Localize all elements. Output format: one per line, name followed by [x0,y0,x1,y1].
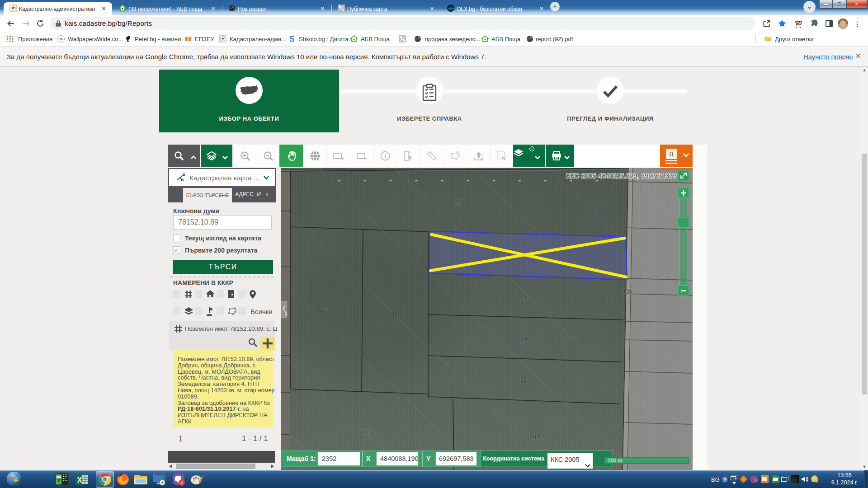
svg-text:87: 87 [321,308,327,314]
svg-text:93: 93 [364,429,371,436]
svg-text:ПГ: ПГ [57,479,61,482]
svg-text:olx: olx [448,7,453,10]
svg-text:Координатна система: Координатна система [483,455,545,462]
svg-text:W: W [59,37,63,41]
svg-text:146: 146 [623,288,632,295]
svg-text:X: X [366,455,371,462]
svg-text:94: 94 [533,434,539,441]
svg-text:88: 88 [391,310,397,317]
svg-text:10: 10 [455,199,462,206]
svg-text:90: 90 [523,294,529,300]
svg-text:Мащаб 1:: Мащаб 1: [287,455,316,462]
svg-text:4840088,190: 4840088,190 [380,455,419,462]
svg-text:92: 92 [520,376,527,383]
svg-text:692697,583: 692697,583 [439,455,474,462]
svg-text:ККС 2005: ККС 2005 [551,456,580,463]
svg-text:4: 4 [180,480,183,485]
svg-text:ККС 2005 4840115.629, 692767.3: ККС 2005 4840115.629, 692767.373 [566,172,677,179]
svg-text:200 m: 200 m [608,458,622,463]
svg-text:Y: Y [426,455,431,462]
svg-text:2352: 2352 [322,455,336,462]
svg-text:91: 91 [522,336,528,343]
svg-text:X: X [77,476,82,484]
